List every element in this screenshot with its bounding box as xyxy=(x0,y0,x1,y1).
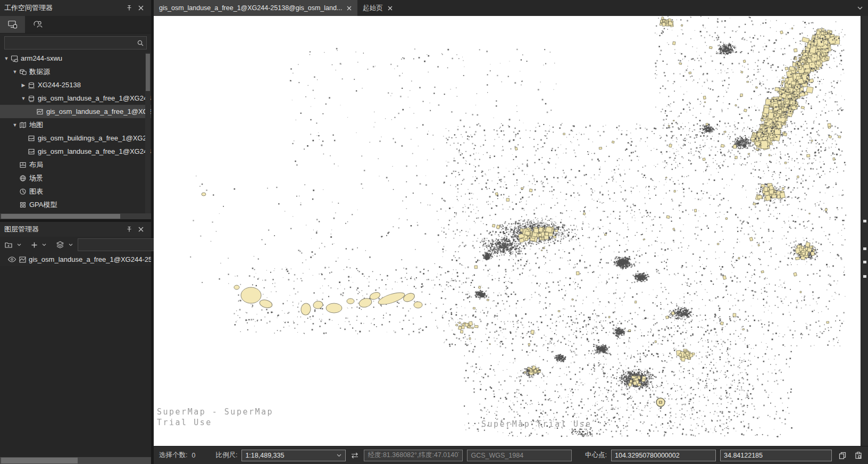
paste-icon[interactable] xyxy=(854,451,863,460)
tree-item-label: 数据源 xyxy=(29,67,50,77)
tab-close-icon[interactable] xyxy=(346,5,352,11)
content-row: SuperMap - SuperMap Trial Use SuperMap T… xyxy=(154,16,868,446)
workspace-search[interactable] xyxy=(4,36,147,49)
tree-item-label: gis_osm_landuse_a_free_1@XG244 xyxy=(38,94,151,102)
layer-panel-title: 图层管理器 xyxy=(4,225,39,234)
dock-marker xyxy=(863,220,866,222)
chevron-down-icon xyxy=(856,5,864,11)
map-icon xyxy=(27,135,36,142)
tree-item[interactable]: 布局 xyxy=(0,158,151,171)
layer-row[interactable]: gis_osm_landuse_a_free_1@XG244-25 xyxy=(0,253,151,266)
visibility-eye-icon[interactable] xyxy=(7,256,16,263)
tree-item-label: XG244-25138 xyxy=(38,81,81,89)
right-dock-strip xyxy=(861,16,868,446)
img-db-icon: IMG xyxy=(27,95,36,102)
map-view[interactable]: SuperMap - SuperMap Trial Use SuperMap T… xyxy=(154,16,861,446)
tab-label: 起始页 xyxy=(363,4,383,13)
layers-dropdown[interactable] xyxy=(67,238,74,251)
pin-icon[interactable] xyxy=(123,223,135,235)
app-window: 工作空间管理器 xyxy=(0,0,868,464)
workspace-alt-icon xyxy=(32,20,43,29)
map-canvas[interactable] xyxy=(154,16,861,446)
tree-vertical-scrollbar[interactable] xyxy=(145,53,151,213)
add-layer-dropdown[interactable] xyxy=(40,238,48,251)
workspace-manager-panel: 工作空间管理器 xyxy=(0,0,151,219)
scrollbar-thumb[interactable] xyxy=(1,458,78,463)
scrollbar-thumb[interactable] xyxy=(1,214,120,219)
tree-item[interactable]: ▼ 地图 xyxy=(0,118,151,131)
new-group-dropdown[interactable] xyxy=(15,238,23,251)
tree-item[interactable]: 场景 xyxy=(0,171,151,185)
tree-item[interactable]: gis_osm_landuse_a_free_1@XG2 xyxy=(0,105,151,118)
scale-value: 1:18,489,335 xyxy=(245,452,284,459)
copy-icon[interactable] xyxy=(838,451,847,460)
tree-item[interactable]: GPA模型 xyxy=(0,198,151,211)
scrollbar-thumb[interactable] xyxy=(146,54,150,91)
tree-item[interactable]: gis_osm_landuse_a_free_1@XG244 xyxy=(0,145,151,158)
layer-manager-panel: 图层管理器 xyxy=(0,219,151,464)
tab-map-document[interactable]: gis_osm_landuse_a_free_1@XG244-25138@gis… xyxy=(154,0,357,16)
expand-arrow[interactable]: ▶ xyxy=(20,82,27,88)
watermark-line2: Trial Use xyxy=(157,418,212,427)
tree-item[interactable]: ▶ XUGU XG244-25138 xyxy=(0,78,151,92)
dock-marker xyxy=(863,247,866,250)
folder-new-icon xyxy=(4,241,13,249)
center-point-label: 中心点: xyxy=(585,451,607,460)
tab-workspace-tree[interactable] xyxy=(0,16,25,33)
layer-toolbar xyxy=(0,237,151,253)
center-y-field[interactable] xyxy=(720,450,832,461)
workspace-panel-title: 工作空间管理器 xyxy=(4,3,53,13)
pin-icon[interactable] xyxy=(123,2,135,14)
svg-text:IMG: IMG xyxy=(29,100,34,102)
chevron-down-icon xyxy=(336,453,342,458)
tree-item[interactable]: ▼ 数据源 xyxy=(0,65,151,78)
layer-search-input[interactable] xyxy=(80,241,165,249)
tree-item-label: 场景 xyxy=(29,173,43,183)
tree-item-label: GPA模型 xyxy=(29,200,57,210)
close-icon[interactable] xyxy=(135,2,147,14)
close-icon[interactable] xyxy=(135,223,147,235)
tree-item-label: 布局 xyxy=(29,160,43,170)
new-group-button[interactable] xyxy=(3,238,14,251)
tree-horizontal-scrollbar[interactable] xyxy=(0,213,151,219)
layer-panel-titlebar: 图层管理器 xyxy=(0,222,151,237)
center-x-input[interactable] xyxy=(615,452,712,459)
tab-close-icon[interactable] xyxy=(387,5,393,11)
tree-item[interactable]: ▼ IMG gis_osm_landuse_a_free_1@XG244 xyxy=(0,92,151,105)
layer-horizontal-scrollbar[interactable] xyxy=(0,457,151,464)
layers-button[interactable] xyxy=(54,238,66,251)
expand-arrow[interactable]: ▼ xyxy=(20,96,27,101)
tree-item-label: gis_osm_landuse_a_free_1@XG2 xyxy=(46,107,151,115)
scale-label: 比例尺: xyxy=(215,451,237,460)
maps-icon xyxy=(18,121,28,129)
scale-combobox[interactable]: 1:18,489,335 xyxy=(241,450,346,461)
main-area: gis_osm_landuse_a_free_1@XG244-25138@gis… xyxy=(154,0,868,464)
tab-workspace-alt[interactable] xyxy=(25,16,50,33)
center-x-field[interactable] xyxy=(611,450,716,461)
tab-start-page[interactable]: 起始页 xyxy=(357,0,398,16)
workspace-panel-titlebar: 工作空间管理器 xyxy=(0,0,151,16)
expand-arrow[interactable]: ▼ xyxy=(3,56,10,61)
tree-item-label: gis_osm_buildings_a_free_1@XG24 xyxy=(38,134,151,142)
tree-item[interactable]: 图表 xyxy=(0,185,151,198)
expand-arrow[interactable]: ▼ xyxy=(12,69,18,74)
tab-label: gis_osm_landuse_a_free_1@XG244-25138@gis… xyxy=(159,4,342,12)
add-layer-button[interactable] xyxy=(29,238,39,251)
layer-name: gis_osm_landuse_a_free_1@XG244-25 xyxy=(29,255,151,263)
swap-icon[interactable] xyxy=(350,452,360,459)
gpa-icon xyxy=(18,201,28,209)
tree-item[interactable]: ▼ arm244-sxwu xyxy=(0,52,151,65)
tree-item-label: 图表 xyxy=(29,187,43,196)
tree-item-label: arm244-sxwu xyxy=(21,54,62,62)
center-y-input[interactable] xyxy=(724,452,828,459)
left-dock: 工作空间管理器 xyxy=(0,0,154,464)
workspace-search-input[interactable] xyxy=(7,39,137,47)
tab-list-dropdown[interactable] xyxy=(856,0,864,16)
chevron-down-icon xyxy=(41,243,47,247)
chevron-down-icon xyxy=(68,243,73,247)
tree-item[interactable]: gis_osm_buildings_a_free_1@XG24 xyxy=(0,131,151,145)
dataset-icon xyxy=(35,108,45,115)
tree-item-label: 地图 xyxy=(29,120,43,130)
expand-arrow[interactable]: ▼ xyxy=(12,122,18,128)
crs-value: GCS_WGS_1984 xyxy=(471,452,523,459)
